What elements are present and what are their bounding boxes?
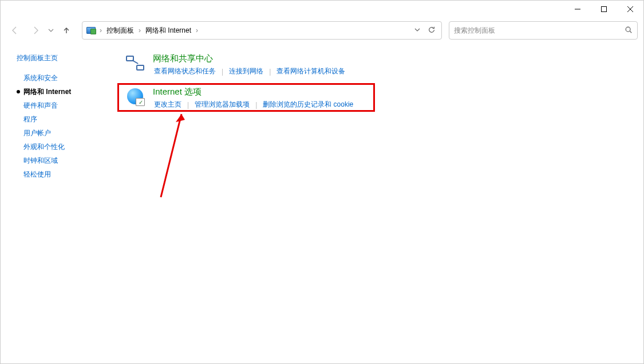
forward-button[interactable]	[27, 22, 44, 39]
link-view-network-devices[interactable]: 查看网络计算机和设备	[275, 66, 346, 76]
recent-locations-button[interactable]	[48, 28, 54, 33]
sidebar-item-label: 轻松使用	[23, 170, 51, 179]
sidebar-item-label: 用户帐户	[23, 128, 51, 138]
search-icon[interactable]	[625, 26, 633, 36]
crumb-control-panel[interactable]: 控制面板	[105, 25, 135, 37]
category-title-network-sharing[interactable]: 网络和共享中心	[153, 53, 346, 64]
close-button[interactable]	[617, 1, 643, 18]
sidebar-item-label: 程序	[23, 115, 37, 124]
link-manage-addons[interactable]: 管理浏览器加载项	[193, 100, 251, 109]
sidebar-item-label: 硬件和声音	[23, 101, 58, 111]
svg-marker-7	[176, 114, 185, 122]
svg-rect-1	[602, 7, 607, 12]
link-separator: |	[264, 68, 275, 76]
link-change-homepage[interactable]: 更改主页	[153, 100, 183, 109]
network-icon	[125, 53, 145, 73]
sidebar-item-label: 系统和安全	[23, 73, 58, 83]
sidebar-item-label: 网络和 Internet	[23, 87, 71, 97]
annotation-arrow	[155, 108, 189, 200]
nav-row: › 控制面板 › 网络和 Internet ›	[1, 18, 643, 43]
sidebar-item-programs[interactable]: 程序	[17, 112, 115, 126]
sidebar-item-user-accounts[interactable]: 用户帐户	[17, 126, 115, 140]
sidebar-home-link[interactable]: 控制面板主页	[17, 53, 115, 63]
chevron-right-icon: ›	[195, 26, 199, 34]
sidebar-item-appearance[interactable]: 外观和个性化	[17, 140, 115, 154]
link-separator: |	[183, 101, 193, 109]
maximize-button[interactable]	[591, 1, 617, 18]
search-box[interactable]	[449, 21, 638, 40]
breadcrumb: 控制面板 › 网络和 Internet ›	[105, 25, 199, 37]
sidebar-item-label: 时钟和区域	[23, 156, 58, 166]
chevron-right-icon: ›	[98, 26, 103, 34]
link-connect-network[interactable]: 连接到网络	[228, 66, 264, 76]
svg-point-4	[626, 27, 630, 32]
sidebar-list: 系统和安全 网络和 Internet 硬件和声音 程序 用户帐户 外观和个性化 …	[17, 71, 115, 181]
sidebar-item-hardware-sound[interactable]: 硬件和声音	[17, 99, 115, 112]
sidebar-item-system-security[interactable]: 系统和安全	[17, 71, 115, 85]
address-bar[interactable]: › 控制面板 › 网络和 Internet ›	[82, 21, 442, 40]
sidebar-item-network-internet[interactable]: 网络和 Internet	[17, 85, 115, 99]
category-network-sharing: 网络和共享中心 查看网络状态和任务 | 连接到网络 | 查看网络计算机和设备	[115, 53, 632, 76]
sidebar-item-clock-region[interactable]: 时钟和区域	[17, 154, 115, 167]
search-input[interactable]	[454, 26, 621, 34]
chevron-right-icon: ›	[137, 26, 142, 34]
control-panel-window: › 控制面板 › 网络和 Internet ›	[0, 0, 644, 364]
titlebar	[1, 1, 643, 18]
main-panel: 网络和共享中心 查看网络状态和任务 | 连接到网络 | 查看网络计算机和设备 ✓	[115, 53, 643, 363]
sidebar: 控制面板主页 系统和安全 网络和 Internet 硬件和声音 程序 用户帐户 …	[1, 53, 115, 363]
control-panel-icon	[86, 25, 96, 36]
refresh-button[interactable]	[428, 26, 436, 36]
link-view-network-status[interactable]: 查看网络状态和任务	[153, 66, 217, 76]
link-separator: |	[251, 101, 262, 109]
svg-line-6	[161, 114, 181, 197]
category-links: 更改主页 | 管理浏览器加载项 | 删除浏览的历史记录和 cookie	[153, 100, 354, 109]
crumb-network-internet[interactable]: 网络和 Internet	[144, 25, 192, 37]
globe-icon: ✓	[125, 87, 145, 106]
sidebar-item-label: 外观和个性化	[23, 142, 65, 152]
sidebar-item-ease-of-access[interactable]: 轻松使用	[17, 167, 115, 181]
svg-line-5	[630, 31, 631, 33]
minimize-button[interactable]	[564, 1, 591, 18]
link-delete-history[interactable]: 删除浏览的历史记录和 cookie	[262, 100, 354, 109]
link-separator: |	[217, 68, 228, 76]
up-button[interactable]	[58, 22, 75, 39]
category-links: 查看网络状态和任务 | 连接到网络 | 查看网络计算机和设备	[153, 66, 346, 76]
address-history-chevron[interactable]	[414, 26, 421, 35]
content-body: 控制面板主页 系统和安全 网络和 Internet 硬件和声音 程序 用户帐户 …	[1, 43, 643, 363]
category-title-internet-options[interactable]: Internet 选项	[153, 87, 354, 97]
category-internet-options: ✓ Internet 选项 更改主页 | 管理浏览器加载项 | 删除浏览的历史记…	[115, 87, 632, 109]
back-button[interactable]	[6, 22, 23, 39]
